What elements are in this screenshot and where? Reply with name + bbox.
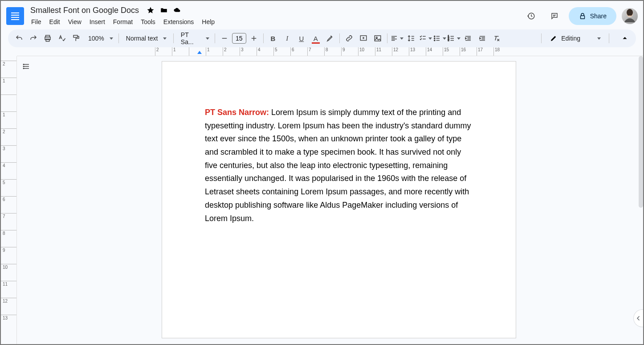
style-value: Normal text [124,35,160,42]
vertical-scrollbar[interactable] [639,56,643,208]
print-button[interactable] [41,32,54,45]
move-folder-icon[interactable] [159,6,168,15]
insert-comment-button[interactable] [357,32,370,45]
menu-help[interactable]: Help [198,17,218,28]
toolbar-right: Editing [539,32,632,45]
undo-button[interactable] [12,32,26,45]
numbered-list-button[interactable]: 123 [447,32,461,45]
text-color-button[interactable]: A [309,32,322,45]
menu-format[interactable]: Format [110,17,136,28]
pencil-icon [550,34,558,42]
separator [263,33,264,43]
insert-image-button[interactable] [371,32,384,45]
workspace: 2112345678910111213 PT Sans Narrow: Lore… [1,56,643,344]
caret-icon [163,37,167,40]
separator [609,33,609,43]
horizontal-ruler[interactable]: 21123456789101112131415161718 [17,47,643,56]
svg-point-10 [434,36,435,37]
spellcheck-button[interactable] [55,32,69,45]
page[interactable]: PT Sans Narrow: Lorem Ipsum is simply du… [162,62,516,338]
increase-font-button[interactable] [247,32,261,45]
lock-icon [579,12,587,20]
italic-button[interactable]: I [281,32,294,45]
separator [118,33,119,43]
separator [387,33,387,43]
svg-rect-1 [580,16,584,19]
paragraph-style-dropdown[interactable]: Normal text [122,35,171,42]
menu-insert[interactable]: Insert [86,17,109,28]
font-label: PT Sans Narrow: [205,108,271,117]
font-value: PT Sa... [179,31,202,45]
title-area: Smallest Font on Google Docs File Edit V… [28,4,522,28]
share-button[interactable]: Share [569,7,616,25]
caret-icon [428,37,432,40]
title-row: Smallest Font on Google Docs [28,4,522,16]
svg-point-16 [23,64,24,65]
decrease-font-button[interactable] [218,32,231,45]
svg-rect-6 [73,35,77,37]
svg-point-12 [434,40,435,41]
bulleted-list-button[interactable] [433,32,446,45]
caret-icon [110,37,113,40]
svg-point-17 [23,66,24,67]
menu-edit[interactable]: Edit [46,17,64,28]
underline-button[interactable]: U [295,32,308,45]
caret-icon [400,37,404,40]
caret-icon [597,37,601,40]
app-header: Smallest Font on Google Docs File Edit V… [1,1,643,29]
caret-icon [443,37,446,40]
toolbar: 100% Normal text PT Sa... 15 B I U A 123… [8,29,636,47]
menu-tools[interactable]: Tools [137,17,159,28]
separator [215,33,215,43]
docs-logo-icon[interactable] [6,7,24,25]
bold-button[interactable]: B [266,32,280,45]
outline-icon[interactable] [22,62,33,73]
menu-file[interactable]: File [28,17,45,28]
caret-icon [457,37,461,40]
clear-formatting-button[interactable] [490,32,503,45]
header-right: Share [522,7,638,25]
highlight-button[interactable] [323,32,337,45]
zoom-value: 100% [86,35,106,42]
menu-view[interactable]: View [65,17,85,28]
menu-bar: File Edit View Insert Format Tools Exten… [28,17,522,28]
separator [173,33,174,43]
font-size-input[interactable]: 15 [232,33,246,44]
document-title[interactable]: Smallest Font on Google Docs [28,5,142,16]
separator [339,33,340,43]
body-text: Lorem Ipsum is simply dummy text of the … [205,108,471,223]
decrease-indent-button[interactable] [461,32,475,45]
menu-extensions[interactable]: Extensions [160,17,197,28]
align-button[interactable] [390,32,404,45]
svg-rect-8 [375,36,381,41]
redo-button[interactable] [27,32,40,45]
history-icon[interactable] [522,7,540,25]
account-avatar[interactable] [622,8,638,24]
cloud-status-icon[interactable] [173,6,182,15]
svg-text:3: 3 [448,39,449,41]
svg-point-11 [434,38,435,39]
checklist-button[interactable] [419,32,432,45]
comments-icon[interactable] [546,7,563,25]
editing-mode-dropdown[interactable]: Editing [547,34,603,42]
vertical-ruler[interactable]: 2112345678910111213 [1,56,17,344]
separator [541,33,542,43]
insert-link-button[interactable] [342,32,356,45]
editing-mode-label: Editing [559,35,582,42]
outline-panel [17,56,35,344]
svg-point-18 [23,68,24,69]
caret-icon [206,37,209,40]
line-spacing-button[interactable] [404,32,418,45]
zoom-dropdown[interactable]: 100% [84,35,116,42]
indent-marker-icon[interactable] [197,51,202,54]
collapse-toolbar-button[interactable] [618,32,632,45]
star-icon[interactable] [146,6,155,15]
document-canvas[interactable]: PT Sans Narrow: Lorem Ipsum is simply du… [35,56,643,344]
paint-format-button[interactable] [69,32,83,45]
font-family-dropdown[interactable]: PT Sa... [176,31,212,45]
increase-indent-button[interactable] [476,32,489,45]
share-label: Share [590,12,607,20]
document-content[interactable]: PT Sans Narrow: Lorem Ipsum is simply du… [205,106,473,225]
